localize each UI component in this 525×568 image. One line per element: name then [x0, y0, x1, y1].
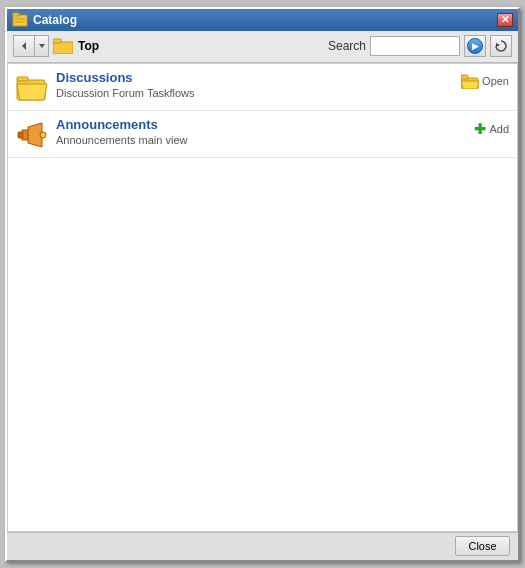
svg-rect-0 — [13, 15, 27, 26]
catalog-window: Catalog ✕ Top Search — [5, 7, 520, 562]
close-button[interactable]: Close — [455, 536, 510, 556]
title-bar: Catalog ✕ — [7, 9, 518, 31]
content-area: Discussions Discussion Forum Taskflows O… — [7, 63, 518, 532]
play-icon: ▶ — [467, 38, 483, 54]
search-label: Search — [328, 39, 366, 53]
announcements-description: Announcements main view — [56, 134, 474, 146]
svg-point-16 — [40, 132, 46, 138]
search-go-button[interactable]: ▶ — [464, 35, 486, 57]
title-bar-left: Catalog — [12, 12, 77, 28]
announcements-action-label: Add — [489, 123, 509, 135]
announcements-title: Announcements — [56, 117, 474, 132]
discussions-open-action[interactable]: Open — [461, 74, 509, 89]
announcements-icon — [16, 119, 48, 151]
announcements-add-action[interactable]: ✚ Add — [474, 121, 509, 137]
discussions-action-label: Open — [482, 75, 509, 87]
breadcrumb-label: Top — [78, 39, 99, 53]
svg-rect-15 — [18, 132, 23, 138]
breadcrumb-folder-icon — [53, 38, 73, 54]
svg-rect-10 — [17, 77, 28, 81]
discussions-description: Discussion Forum Taskflows — [56, 87, 461, 99]
discussions-content: Discussions Discussion Forum Taskflows — [56, 70, 461, 99]
discussions-title: Discussions — [56, 70, 461, 85]
search-extra-button[interactable] — [490, 35, 512, 57]
svg-marker-5 — [39, 44, 45, 48]
svg-rect-7 — [53, 39, 61, 43]
svg-rect-6 — [53, 42, 73, 54]
back-button[interactable] — [13, 35, 35, 57]
catalog-item-discussions[interactable]: Discussions Discussion Forum Taskflows O… — [8, 64, 517, 111]
breadcrumb: Top — [53, 38, 324, 54]
svg-rect-12 — [461, 75, 468, 79]
discussions-icon — [16, 72, 48, 104]
add-icon: ✚ — [474, 121, 486, 137]
announcements-content: Announcements Announcements main view — [56, 117, 474, 146]
window-close-button[interactable]: ✕ — [497, 13, 513, 27]
toolbar: Top Search ▶ — [7, 31, 518, 63]
footer: Close — [7, 532, 518, 560]
nav-dropdown-button[interactable] — [35, 35, 49, 57]
refresh-icon — [494, 39, 508, 53]
open-folder-icon — [461, 74, 479, 89]
search-input[interactable] — [370, 36, 460, 56]
window-title: Catalog — [33, 13, 77, 27]
catalog-icon — [12, 12, 28, 28]
catalog-item-announcements[interactable]: Announcements Announcements main view ✚ … — [8, 111, 517, 158]
svg-marker-4 — [22, 42, 26, 50]
svg-rect-1 — [13, 13, 19, 16]
svg-marker-8 — [496, 43, 500, 47]
